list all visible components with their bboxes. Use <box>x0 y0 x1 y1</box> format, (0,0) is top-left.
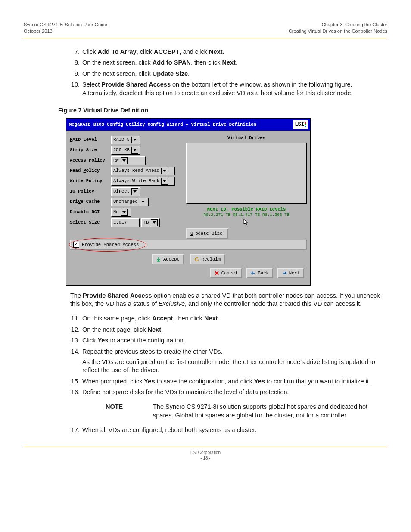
lsi-logo: LSI <box>293 120 308 129</box>
label-drive-cache: Drive Cache <box>70 199 111 205</box>
cursor-icon <box>243 219 249 226</box>
label-raid-level: RAID Level <box>70 137 111 143</box>
update-size-button[interactable]: Update Size <box>186 228 228 239</box>
footer-company: LSI Corporation <box>24 450 387 456</box>
virtual-drives-header: Virtual Drives <box>186 135 307 141</box>
step-number: 15. <box>70 377 80 386</box>
list-item: 11.On this same page, click Accept, then… <box>70 314 387 323</box>
accept-icon <box>156 257 161 262</box>
header-left: Syncro CS 9271-8i Solution User Guide Oc… <box>24 22 107 34</box>
provide-shared-bar: ✔ Provide Shared Access <box>70 240 307 250</box>
step-number: 7. <box>70 48 80 56</box>
step-number: 8. <box>70 59 80 67</box>
input-select-size[interactable]: 1.817 <box>111 218 140 227</box>
step-number: 9. <box>70 70 80 78</box>
list-item: 14.Repeat the previous steps to create t… <box>70 348 387 375</box>
cancel-button[interactable]: Cancel <box>210 268 242 278</box>
accept-button[interactable]: Accept <box>152 254 184 264</box>
select-io-policy[interactable]: Direct <box>111 187 140 196</box>
chevron-down-icon <box>131 188 138 195</box>
chapter-title: Chapter 3: Creating the Cluster <box>289 22 387 28</box>
list-item: 15.When prompted, click Yes to save the … <box>70 377 387 386</box>
label-io-policy: IO Policy <box>70 188 111 194</box>
provide-shared-label: Provide Shared Access <box>82 242 139 248</box>
list-item: 8.On the next screen, click Add to SPAN,… <box>70 59 387 67</box>
label-write-policy: Write Policy <box>70 178 111 184</box>
bios-title-text: MegaRAID BIOS Config Utility Config Wiza… <box>69 121 256 128</box>
chevron-down-icon <box>161 168 168 174</box>
header-right: Chapter 3: Creating the Cluster Creating… <box>289 22 387 34</box>
select-disable-bgi[interactable]: No <box>111 208 131 217</box>
list-item: 10.Select Provide Shared Access on the b… <box>70 81 387 97</box>
steps-list-bottom: 11.On this same page, click Accept, then… <box>70 314 387 397</box>
page-header: Syncro CS 9271-8i Solution User Guide Oc… <box>24 22 387 34</box>
step-number: 13. <box>70 336 80 345</box>
list-item: 13.Click Yes to accept the configuration… <box>70 336 387 345</box>
step-number: 16. <box>70 388 80 397</box>
next-button[interactable]: Next <box>277 268 304 278</box>
label-strip-size: Strip Size <box>70 147 111 153</box>
step-text: On the next screen, click Add to SPAN, t… <box>82 59 237 66</box>
next-ld-values: R0:2.271 TB R5:1.817 TB R6:1.363 TB <box>186 212 307 218</box>
step-text: Repeat the previous steps to create the … <box>82 348 223 355</box>
step-text: Define hot spare disks for the VDs to ma… <box>82 389 289 395</box>
label-read-policy: Read Policy <box>70 168 111 174</box>
step-text: On this same page, click Accept, then cl… <box>82 315 219 322</box>
back-button[interactable]: Back <box>246 268 273 278</box>
page-footer: LSI Corporation - 18 - <box>24 450 387 461</box>
steps-list-17: 17.When all VDs are configured, reboot b… <box>70 426 387 435</box>
reclaim-icon <box>194 257 199 262</box>
bios-form: RAID Level RAID 5 Strip Size 256 KB Acce… <box>70 134 183 239</box>
select-read-policy[interactable]: Always Read Ahead <box>111 167 175 175</box>
bios-screenshot: MegaRAID BIOS Config Utility Config Wiza… <box>66 118 311 285</box>
step-number: 12. <box>70 326 80 334</box>
step-number: 14. <box>70 348 80 356</box>
top-rule <box>24 38 387 38</box>
next-ld-title: Next LD, Possible RAID Levels <box>186 206 307 212</box>
step-text: Select Provide Shared Access on the bott… <box>82 81 353 96</box>
page-number: - 18 - <box>24 455 387 461</box>
steps-list-top: 7.Click Add To Array, click ACCEPT, and … <box>70 48 387 98</box>
step-text: When prompted, click Yes to save the con… <box>82 378 371 385</box>
doc-date: October 2013 <box>24 28 107 34</box>
chevron-down-icon <box>131 147 138 154</box>
doc-title: Syncro CS 9271-8i Solution User Guide <box>24 22 107 28</box>
select-drive-cache[interactable]: Unchanged <box>111 198 149 206</box>
arrow-right-icon <box>282 271 287 276</box>
chevron-down-icon <box>121 209 128 216</box>
logo-dots-icon <box>305 122 306 128</box>
chevron-down-icon <box>140 199 146 205</box>
step-number: 10. <box>70 81 80 89</box>
provide-shared-checkbox[interactable]: ✔ <box>73 242 79 248</box>
list-item: 7.Click Add To Array, click ACCEPT, and … <box>70 48 387 56</box>
paragraph-provide-shared: The Provide Shared Access option enables… <box>70 292 387 308</box>
section-title: Creating Virtual Drives on the Controlle… <box>289 28 387 34</box>
select-strip-size[interactable]: 256 KB <box>111 146 140 155</box>
step-number: 17. <box>70 426 80 435</box>
bottom-rule <box>24 447 387 447</box>
select-size-unit[interactable]: TB <box>141 218 160 227</box>
note-label: NOTE <box>106 403 153 420</box>
chevron-down-icon <box>161 178 168 185</box>
list-item: 17.When all VDs are configured, reboot b… <box>70 426 387 435</box>
label-disable-bgi: Disable BGI <box>70 209 111 215</box>
chevron-down-icon <box>121 157 128 164</box>
list-item: 12.On the next page, click Next. <box>70 326 387 334</box>
document-page: Syncro CS 9271-8i Solution User Guide Oc… <box>0 0 411 479</box>
step-text: On the next screen, click Update Size. <box>82 70 190 77</box>
figure-caption: Figure 7 Virtual Drive Definition <box>58 106 387 115</box>
chevron-down-icon <box>151 219 158 226</box>
list-item: 9.On the next screen, click Update Size. <box>70 70 387 78</box>
bios-titlebar: MegaRAID BIOS Config Utility Config Wiza… <box>66 119 310 131</box>
virtual-drives-listbox[interactable] <box>186 143 307 204</box>
select-access-policy[interactable]: RW <box>111 156 146 165</box>
chevron-down-icon <box>131 137 138 143</box>
reclaim-button[interactable]: Reclaim <box>190 254 225 264</box>
select-raid-level[interactable]: RAID 5 <box>111 136 140 144</box>
select-write-policy[interactable]: Always Write Back <box>111 177 175 186</box>
step-text: Click Add To Array, click ACCEPT, and cl… <box>82 48 224 55</box>
label-select-size: Select Size <box>70 219 111 225</box>
note-block: NOTE The Syncro CS 9271-8i solution supp… <box>106 403 387 420</box>
label-access-policy: Access Policy <box>70 157 111 163</box>
close-icon <box>214 271 219 276</box>
